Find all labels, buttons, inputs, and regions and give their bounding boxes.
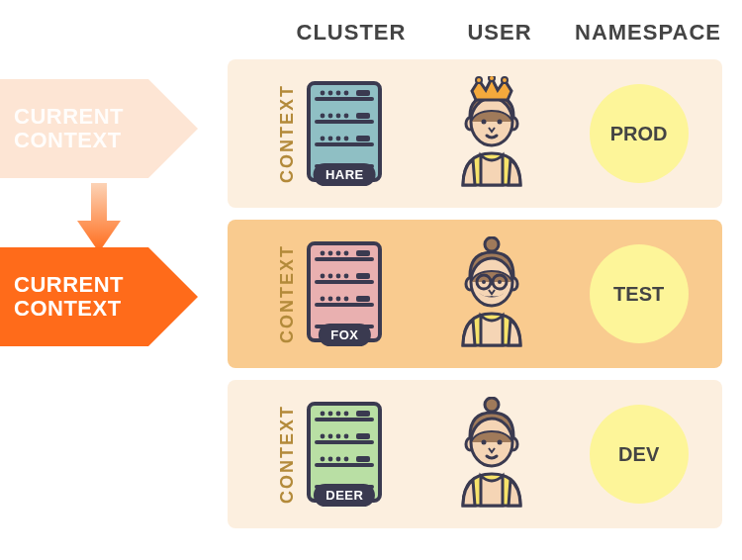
user-avatar-icon	[445, 236, 538, 351]
svg-rect-47	[356, 296, 370, 302]
svg-point-69	[344, 434, 349, 439]
cluster-cell: HARE	[271, 77, 418, 190]
svg-rect-1	[315, 97, 374, 101]
svg-rect-75	[356, 433, 370, 439]
svg-point-80	[482, 440, 487, 445]
svg-rect-31	[315, 303, 374, 307]
svg-point-24	[498, 120, 503, 125]
previous-context-label: CURRENT CONTEXT	[14, 105, 124, 152]
user-cell	[418, 397, 566, 512]
svg-rect-74	[356, 411, 370, 417]
svg-rect-17	[356, 90, 370, 96]
transition-arrow	[77, 183, 121, 252]
header-cluster: CLUSTER	[277, 20, 425, 46]
svg-point-37	[321, 274, 325, 279]
svg-point-67	[328, 434, 333, 439]
svg-rect-29	[315, 257, 374, 261]
row-content: FOX TEST	[271, 236, 712, 351]
cluster-name-badge: FOX	[319, 324, 370, 346]
namespace-badge: PROD	[590, 84, 689, 183]
row-content: DEER DEV	[271, 397, 712, 512]
svg-rect-19	[356, 136, 370, 141]
arrow-down-icon	[77, 183, 121, 252]
svg-point-36	[344, 251, 349, 256]
user-avatar-icon	[445, 397, 538, 512]
svg-point-10	[328, 114, 333, 119]
svg-point-34	[328, 251, 333, 256]
svg-rect-46	[356, 273, 370, 279]
header-namespace: NAMESPACE	[574, 20, 722, 46]
svg-point-33	[321, 251, 325, 256]
svg-rect-2	[315, 120, 374, 124]
svg-point-40	[344, 274, 349, 279]
context-row: CONTEXT DEER DEV	[228, 380, 722, 528]
svg-point-38	[328, 274, 333, 279]
svg-point-64	[336, 412, 341, 417]
svg-point-35	[336, 251, 341, 256]
svg-point-9	[321, 114, 325, 119]
svg-point-73	[344, 457, 349, 462]
svg-point-54	[482, 280, 486, 284]
svg-point-5	[321, 91, 325, 96]
svg-point-55	[498, 280, 502, 284]
svg-point-66	[321, 434, 325, 439]
svg-point-56	[485, 237, 499, 251]
svg-point-68	[336, 434, 341, 439]
svg-rect-30	[315, 280, 374, 284]
namespace-cell: DEV	[565, 405, 712, 504]
svg-point-81	[498, 440, 503, 445]
svg-rect-3	[315, 142, 374, 146]
context-row: CONTEXT FOX TEST	[228, 220, 722, 368]
current-context-pointer: CURRENT CONTEXT	[0, 247, 198, 346]
namespace-badge: DEV	[590, 405, 689, 504]
user-avatar-icon	[445, 76, 538, 191]
previous-context-pointer: CURRENT CONTEXT	[0, 79, 198, 178]
svg-point-11	[336, 114, 341, 119]
svg-point-16	[344, 137, 349, 141]
svg-point-7	[336, 91, 341, 96]
svg-point-63	[328, 412, 333, 417]
context-row: CONTEXT HARE PROD	[228, 59, 722, 208]
svg-point-72	[336, 457, 341, 462]
svg-point-27	[502, 77, 508, 83]
current-context-label: CURRENT CONTEXT	[14, 273, 124, 321]
cluster-cell: DEER	[271, 398, 418, 511]
svg-point-42	[328, 297, 333, 302]
cluster-cell: FOX	[271, 237, 418, 350]
user-cell	[418, 236, 566, 351]
svg-point-41	[321, 297, 325, 302]
svg-point-26	[489, 76, 495, 81]
svg-point-15	[336, 137, 341, 141]
svg-point-70	[321, 457, 325, 462]
svg-rect-58	[315, 418, 374, 421]
namespace-cell: TEST	[565, 244, 712, 343]
svg-rect-59	[315, 440, 374, 444]
svg-rect-60	[315, 463, 374, 467]
svg-point-65	[344, 412, 349, 417]
svg-point-44	[344, 297, 349, 302]
cluster-name-badge: HARE	[314, 163, 376, 186]
svg-point-39	[336, 274, 341, 279]
svg-point-14	[328, 137, 333, 141]
svg-point-62	[321, 412, 325, 417]
svg-rect-76	[356, 456, 370, 462]
svg-rect-18	[356, 113, 370, 119]
svg-point-23	[482, 120, 487, 125]
namespace-cell: PROD	[565, 84, 712, 183]
user-cell	[418, 76, 566, 191]
svg-point-8	[344, 91, 349, 96]
column-headers: CLUSTER USER NAMESPACE	[277, 20, 722, 46]
svg-point-71	[328, 457, 333, 462]
svg-point-25	[476, 77, 482, 83]
context-rows: CONTEXT HARE PROD CONTEXT	[228, 59, 722, 528]
svg-rect-45	[356, 250, 370, 256]
svg-point-82	[485, 398, 499, 412]
svg-point-43	[336, 297, 341, 302]
cluster-name-badge: DEER	[314, 484, 375, 507]
svg-point-12	[344, 114, 349, 119]
row-content: HARE PROD	[271, 76, 712, 191]
svg-point-13	[321, 137, 325, 141]
svg-point-6	[328, 91, 333, 96]
header-user: USER	[425, 20, 574, 46]
namespace-badge: TEST	[590, 244, 689, 343]
